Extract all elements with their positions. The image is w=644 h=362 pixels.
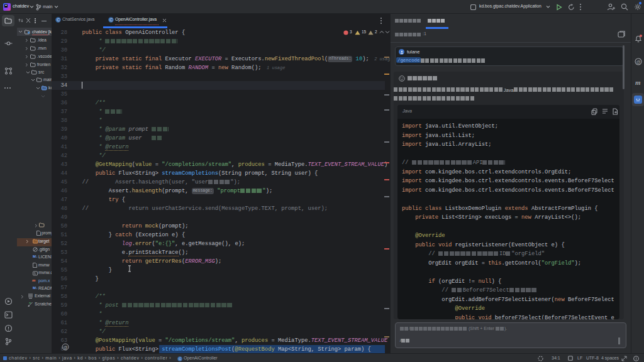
svg-text:C: C — [57, 18, 60, 22]
svg-text:C: C — [179, 357, 181, 361]
svg-text:@: @ — [63, 345, 67, 349]
svg-text:@: @ — [636, 60, 640, 64]
svg-text:C: C — [109, 18, 113, 22]
